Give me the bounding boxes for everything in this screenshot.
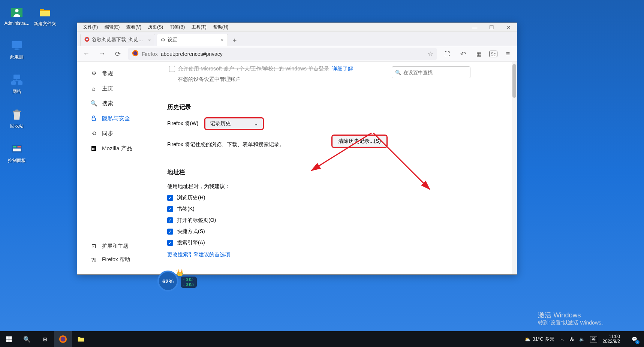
tab-close-icon[interactable]: × <box>148 37 151 43</box>
sidebar-item-sync[interactable]: ⟲ 同步 <box>81 126 150 141</box>
desktop-icon-this-pc[interactable]: 此电脑 <box>4 39 30 60</box>
control-panel-icon <box>10 142 24 156</box>
activate-windows-watermark: 激活 Windows 转到"设置"以激活 Windows。 <box>538 311 607 326</box>
puzzle-icon: ⚀ <box>90 242 97 250</box>
sidebar-item-general[interactable]: ⚙ 常规 <box>81 66 150 81</box>
menu-history[interactable]: 历史(S) <box>145 23 166 31</box>
download-rate: ↓ 0 K/s <box>183 283 195 287</box>
desktop-icon-network[interactable]: 网络 <box>4 73 30 95</box>
learn-more-link[interactable]: 详细了解 <box>332 66 353 72</box>
check-label: 搜索引擎(A) <box>177 239 205 246</box>
tray-ime[interactable]: 英 <box>590 336 597 343</box>
close-button[interactable]: ✕ <box>500 23 517 32</box>
tray-volume-icon[interactable]: 🔈 <box>579 337 585 342</box>
history-mode-select[interactable]: 记录历史 ⌄ <box>205 118 263 129</box>
tray-weather[interactable]: ⛅ 31°C 多云 <box>524 336 555 343</box>
chrome-icon <box>84 37 90 43</box>
apps-icon[interactable]: ▦ <box>473 49 484 59</box>
history-desc-row: Firefox 将记住您的浏览、下载、表单和搜索记录。 清除历史记录...(S) <box>167 135 386 148</box>
desktop-icon-new-folder[interactable]: 新建文件夹 <box>32 6 58 27</box>
svg-point-16 <box>86 39 88 40</box>
new-tab-button[interactable]: + <box>229 35 240 46</box>
speed-rates: ↑ 0 K/s ↓ 0 K/s <box>181 277 197 288</box>
tab-close-icon[interactable]: × <box>221 37 224 43</box>
scrollbar[interactable] <box>512 62 517 274</box>
crop-icon[interactable]: ⛶ <box>442 49 452 59</box>
check-label: 打开的标签页(O) <box>177 217 216 224</box>
back-button[interactable]: ← <box>81 49 91 59</box>
tab-chrome-download[interactable]: 谷歌浏览器下载_浏览器官网入口 × <box>80 34 155 46</box>
forward-button[interactable]: → <box>97 49 107 59</box>
check-shortcuts[interactable]: ✓快捷方式(S) <box>167 228 499 235</box>
check-open-tabs[interactable]: ✓打开的标签页(O) <box>167 217 499 224</box>
svg-rect-6 <box>11 81 16 85</box>
watermark-subtitle: 转到"设置"以激活 Windows。 <box>538 320 607 326</box>
tray-notifications[interactable]: 💬 2 <box>627 331 642 347</box>
history-mode-row: Firefox 将(W) 记录历史 ⌄ <box>167 118 499 129</box>
reload-button[interactable]: ⟳ <box>112 49 123 59</box>
task-view-button[interactable]: ⊞ <box>36 331 54 347</box>
tab-label: 设置 <box>168 37 219 43</box>
tab-settings[interactable]: ⚙ 设置 × <box>157 34 228 46</box>
gear-icon: ⚙ <box>161 37 165 43</box>
speed-percent: 62% <box>157 271 178 292</box>
svg-rect-25 <box>9 340 12 342</box>
checkbox-icon[interactable] <box>169 66 175 72</box>
maximize-button[interactable]: ☐ <box>483 23 500 32</box>
addressbar-section-title: 地址栏 <box>167 169 499 176</box>
sidebar-item-label: 扩展和主题 <box>102 243 128 250</box>
check-browsing-history[interactable]: ✓浏览历史(H) <box>167 194 499 201</box>
settings-search-box[interactable]: 🔍 <box>392 66 470 78</box>
desktop-icon-administrator[interactable]: Administra... <box>4 6 30 26</box>
settings-main-pane[interactable]: 🔍 允许使用 Microsoft 账户（个人/工作/学校）的 Windows 单… <box>154 62 512 274</box>
select-value: 记录历史 <box>210 120 231 127</box>
menu-view[interactable]: 查看(V) <box>123 23 144 31</box>
taskbar-explorer[interactable] <box>72 331 90 347</box>
tray-chevron-icon[interactable]: ︿ <box>560 336 564 343</box>
firefox-icon <box>132 50 139 58</box>
sidebar-item-privacy[interactable]: 隐私与安全 <box>81 111 150 126</box>
url-bar[interactable]: Firefox about:preferences#privacy ☆ <box>128 48 437 60</box>
tray-network-icon[interactable]: 🖧 <box>569 337 574 342</box>
svg-rect-8 <box>13 111 21 112</box>
sidebar-item-extensions[interactable]: ⚀ 扩展和主题 <box>81 240 150 253</box>
undo-icon[interactable]: ↶ <box>458 49 468 59</box>
svg-rect-2 <box>12 41 22 48</box>
sidebar-item-help[interactable]: ?⃝ Firefox 帮助 <box>81 253 150 266</box>
svg-rect-23 <box>9 337 12 339</box>
search-icon: 🔍 <box>90 100 97 107</box>
check-search-engines[interactable]: ✓搜索引擎(A) <box>167 239 499 246</box>
weather-icon: ⛅ <box>524 337 530 342</box>
se-icon[interactable]: Se <box>489 51 497 57</box>
bookmark-star-icon[interactable]: ☆ <box>428 50 433 57</box>
clear-history-button[interactable]: 清除历史记录...(S) <box>332 136 386 147</box>
checked-icon: ✓ <box>167 206 173 212</box>
taskbar-firefox[interactable] <box>54 331 72 347</box>
system-tray: ⛅ 31°C 多云 ︿ 🖧 🔈 英 11:00 2022/9/2 💬 2 <box>524 331 644 347</box>
hamburger-menu-icon[interactable]: ≡ <box>503 49 513 59</box>
check-label: 书签(K) <box>177 206 195 212</box>
menu-tools[interactable]: 工具(T) <box>189 23 209 31</box>
settings-search-input[interactable] <box>403 70 467 75</box>
desktop-icon-recycle-bin[interactable]: 回收站 <box>4 108 30 129</box>
change-search-suggestions-link[interactable]: 更改搜索引擎建议的首选项 <box>167 251 499 258</box>
sidebar-item-search[interactable]: 🔍 搜索 <box>81 96 150 111</box>
desktop-icon-control-panel[interactable]: 控制面板 <box>4 142 30 164</box>
tray-clock[interactable]: 11:00 2022/9/2 <box>602 334 622 344</box>
minimize-button[interactable]: — <box>466 23 483 32</box>
menu-edit[interactable]: 编辑(E) <box>102 23 123 31</box>
menu-help[interactable]: 帮助(H) <box>210 23 232 31</box>
start-button[interactable] <box>0 331 18 347</box>
menu-file[interactable]: 文件(F) <box>80 23 101 31</box>
settings-sidebar: ⚙ 常规 ⌂ 主页 🔍 搜索 隐私与安全 ⟲ 同步 <box>77 62 154 274</box>
sync-icon: ⟲ <box>90 130 97 137</box>
checked-icon: ✓ <box>167 229 173 235</box>
addressbar-checklist: ✓浏览历史(H) ✓书签(K) ✓打开的标签页(O) ✓快捷方式(S) ✓搜索引… <box>167 194 499 246</box>
menu-bookmarks[interactable]: 书签(B) <box>167 23 188 31</box>
svg-rect-12 <box>18 146 21 148</box>
sidebar-item-home[interactable]: ⌂ 主页 <box>81 81 150 96</box>
check-bookmarks[interactable]: ✓书签(K) <box>167 206 499 212</box>
sidebar-item-mozilla[interactable]: m Mozilla 产品 <box>81 141 150 156</box>
svg-rect-22 <box>6 337 9 339</box>
search-button[interactable]: 🔍 <box>18 331 36 347</box>
